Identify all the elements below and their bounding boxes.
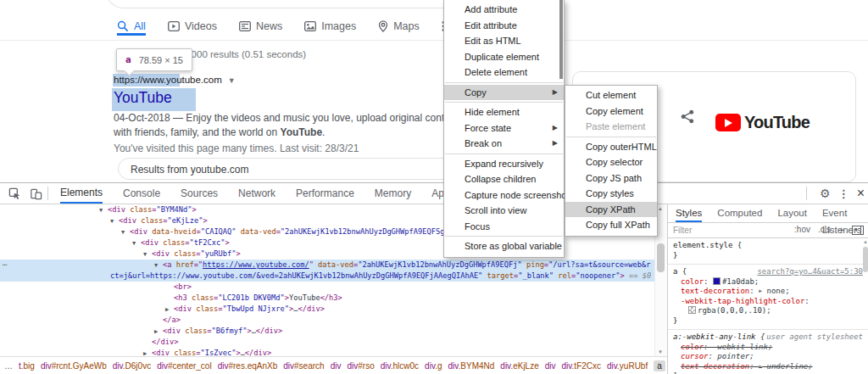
menu-item-scroll-into-view[interactable]: Scroll into view	[444, 203, 564, 219]
devtools-tab-elements[interactable]: Elements	[60, 184, 103, 204]
css-property[interactable]: text-decoration: ▶ underline;	[673, 362, 868, 372]
toggle-hov-button[interactable]: :hov	[794, 225, 810, 237]
menu-item-delete-element[interactable]: Delete element	[444, 64, 564, 81]
rule-selector-line[interactable]: element.style {	[673, 241, 868, 251]
gear-icon[interactable]: ⚙	[820, 187, 831, 200]
sidebar-tab-layout[interactable]: Layout	[777, 204, 807, 222]
devtools-tab-memory[interactable]: Memory	[375, 185, 411, 203]
scrollbar-thumb[interactable]	[657, 243, 665, 272]
menu-item-expand-recursively[interactable]: Expand recursively	[444, 156, 564, 172]
tab-maps[interactable]: Maps	[378, 20, 420, 36]
styles-filter-input[interactable]: Filter	[668, 226, 794, 235]
breadcrumb-overflow[interactable]: …	[4, 361, 13, 371]
stylesheet-source-link[interactable]: search?q=yo…4&uact=5:30	[757, 267, 863, 277]
dom-row[interactable]: <br>	[0, 282, 654, 293]
result-title-link[interactable]: YouTube	[114, 89, 172, 107]
menu-item-force-state[interactable]: Force state▶	[444, 120, 564, 137]
close-icon[interactable]: ×	[857, 186, 865, 201]
menu-item-store-as-global-variable[interactable]: Store as global variable	[444, 238, 564, 254]
menu-item-copy[interactable]: Copy▶	[444, 85, 564, 101]
menu-item-capture-node-screenshot[interactable]: Capture node screenshot	[444, 187, 564, 204]
expand-arrow-open-icon[interactable]: ▼	[99, 205, 103, 216]
css-property[interactable]: rgba(0,0,0,.10);	[673, 306, 868, 316]
submenu-item-copy-xpath[interactable]: Copy XPath	[565, 202, 657, 218]
tab-all[interactable]: All	[117, 20, 146, 36]
expand-arrow-open-icon[interactable]: ▼	[121, 227, 125, 238]
tab-news[interactable]: News	[239, 20, 282, 36]
breadcrumb-item[interactable]: div	[331, 361, 342, 371]
expand-arrow-open-icon[interactable]: ▼	[132, 238, 136, 249]
breadcrumb-item[interactable]: div#center_col	[157, 361, 212, 371]
sidebar-tab-event-listeners[interactable]: Event Listeners	[822, 204, 862, 222]
devtools-tab-sources[interactable]: Sources	[181, 185, 218, 203]
expand-arrow-open-icon[interactable]: ▼	[154, 260, 158, 271]
inspect-element-icon[interactable]	[8, 187, 21, 200]
submenu-item-copy-styles[interactable]: Copy styles	[565, 186, 657, 202]
devtools-tab-console[interactable]: Console	[123, 185, 160, 203]
chevron-down-icon[interactable]: ▼	[228, 76, 236, 85]
breadcrumb-item[interactable]: div.D6j0vc	[113, 361, 151, 371]
menu-item-add-attribute[interactable]: Add attribute	[444, 2, 564, 18]
devtools-tab-performance[interactable]: Performance	[296, 185, 354, 203]
submenu-item-copy-js-path[interactable]: Copy JS path	[565, 170, 657, 187]
breadcrumb-item[interactable]: t.big	[19, 361, 35, 371]
dom-row[interactable]: <h3 class="LC201b DKV0Md">YouTube</h3>	[0, 293, 654, 304]
expand-arrow-closed-icon[interactable]: ▶	[165, 304, 169, 315]
result-url[interactable]: https://www.youtube.com▼	[114, 75, 236, 85]
panel-toggle-icon[interactable]	[852, 226, 864, 235]
scroll-down-icon[interactable]: ▼	[658, 349, 663, 354]
dom-row[interactable]: </div>	[0, 337, 654, 348]
breadcrumb-item[interactable]: div.BYM4Nd	[448, 361, 494, 371]
breadcrumb-item[interactable]: div#rcnt.GyAeWb	[41, 361, 107, 371]
menu-item-hide-element[interactable]: Hide element	[444, 104, 564, 120]
share-icon[interactable]	[681, 109, 695, 127]
youtube-logo[interactable]: YouTube	[715, 113, 810, 132]
dom-row-selected[interactable]: ct=j&url=https://www.youtube.com/&ved=2a…	[0, 271, 654, 282]
css-property[interactable]: -webkit-tap-highlight-color:	[673, 297, 868, 307]
devtools-tab-network[interactable]: Network	[238, 185, 275, 203]
expand-arrow-open-icon[interactable]: ▼	[143, 249, 147, 260]
dom-row[interactable]: ▶<div class="TbwUpd NJjxre">…</div>	[0, 304, 654, 315]
breadcrumb-item[interactable]: div.yuRUbf	[607, 361, 648, 371]
menu-item-break-on[interactable]: Break on▶	[444, 136, 564, 152]
submenu-item-copy-element[interactable]: Copy element	[565, 103, 657, 120]
submenu-item-cut-element[interactable]: Cut element	[565, 87, 657, 103]
css-property[interactable]: text-decoration: ▶ none;	[673, 287, 868, 297]
submenu-item-copy-full-xpath[interactable]: Copy full XPath	[565, 217, 657, 233]
menu-item-edit-as-html[interactable]: Edit as HTML	[444, 33, 564, 49]
breadcrumb-item[interactable]: div.g	[425, 361, 442, 371]
expand-arrow-open-icon[interactable]: ▼	[110, 216, 114, 227]
submenu-item-copy-outerhtml[interactable]: Copy outerHTML	[565, 139, 657, 155]
tab-images[interactable]: Images	[304, 20, 356, 36]
breadcrumb-item[interactable]: div	[545, 361, 556, 371]
more-options-icon[interactable]: ⋮	[838, 187, 849, 200]
dom-row[interactable]: ▶<div class="B6fmyf">…</div>	[0, 326, 654, 337]
menu-item-duplicate-element[interactable]: Duplicate element	[444, 49, 564, 65]
toggle-cls-button[interactable]: .cls	[818, 225, 831, 237]
breadcrumb-item[interactable]: div.tF2Cxc	[562, 361, 602, 371]
css-property[interactable]: color: -webkit-link;	[673, 343, 868, 353]
breadcrumb-item[interactable]: a	[654, 360, 665, 371]
menu-item-edit-attribute[interactable]: Edit attribute	[444, 18, 564, 34]
breadcrumb-item[interactable]: div.eKjLze	[500, 361, 538, 371]
submenu-item-copy-selector[interactable]: Copy selector	[565, 154, 657, 170]
sidebar-tab-styles[interactable]: Styles	[676, 204, 702, 222]
css-property[interactable]: cursor: pointer;	[673, 352, 868, 362]
dom-row-selected[interactable]: ⋯▼<a href="https://www.youtube.com/" dat…	[0, 260, 654, 271]
menu-item-collapse-children[interactable]: Collapse children	[444, 171, 564, 187]
breadcrumb-item[interactable]: div.hlcw0c	[381, 361, 419, 371]
scroll-up-icon[interactable]: ▲	[658, 206, 663, 211]
dom-row[interactable]: ▶<div class="IsZvec">…</div>	[0, 348, 654, 356]
expand-arrow-closed-icon[interactable]: ▶	[143, 349, 147, 357]
dom-row[interactable]: </a>	[0, 315, 654, 326]
device-toolbar-icon[interactable]	[29, 187, 42, 200]
menu-item-focus[interactable]: Focus	[444, 219, 564, 235]
expand-arrow-closed-icon[interactable]: ▶	[154, 327, 158, 338]
breadcrumb-item[interactable]: div#rso	[347, 361, 374, 371]
new-style-rule-button[interactable]: +	[838, 225, 844, 237]
breadcrumb-item[interactable]: div#res.eqAnXb	[218, 361, 278, 371]
scroll-up-icon[interactable]: ▲	[863, 239, 868, 244]
tab-videos[interactable]: Videos	[168, 20, 217, 36]
breadcrumb-item[interactable]: div#search	[283, 361, 324, 371]
sidebar-tab-computed[interactable]: Computed	[717, 204, 762, 222]
